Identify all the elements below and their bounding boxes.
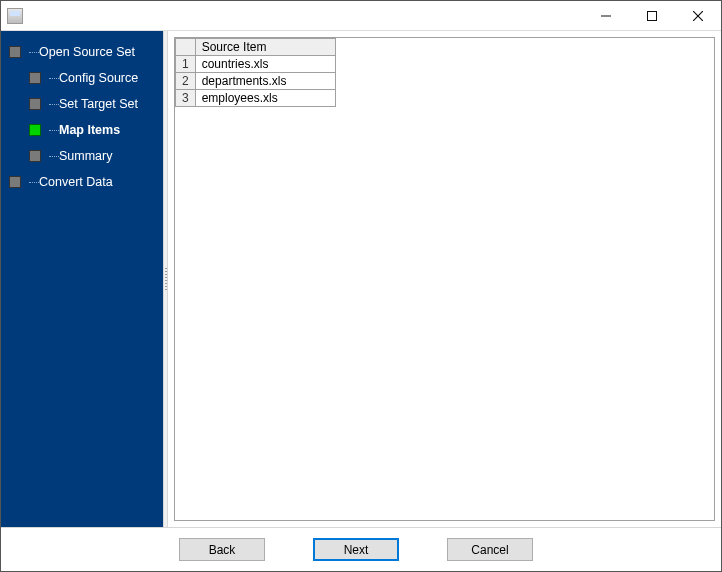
body: Open Source Set Config Source Set Target… bbox=[1, 31, 721, 527]
step-config-source[interactable]: Config Source bbox=[1, 65, 163, 91]
app-icon bbox=[7, 8, 23, 24]
step-map-items[interactable]: Map Items bbox=[1, 117, 163, 143]
row-number[interactable]: 2 bbox=[176, 73, 196, 90]
step-label: Set Target Set bbox=[59, 97, 138, 111]
row-number[interactable]: 1 bbox=[176, 56, 196, 73]
maximize-button[interactable] bbox=[629, 1, 675, 30]
content-area: Source Item 1 countries.xls 2 department… bbox=[168, 31, 721, 527]
step-node-icon bbox=[9, 46, 21, 58]
titlebar-left bbox=[1, 8, 29, 24]
source-item-grid[interactable]: Source Item 1 countries.xls 2 department… bbox=[175, 38, 336, 107]
table-row[interactable]: 2 departments.xls bbox=[176, 73, 336, 90]
table-row[interactable]: 1 countries.xls bbox=[176, 56, 336, 73]
source-item-cell[interactable]: departments.xls bbox=[195, 73, 335, 90]
step-label: Config Source bbox=[59, 71, 138, 85]
minimize-button[interactable] bbox=[583, 1, 629, 30]
step-node-icon bbox=[29, 124, 41, 136]
step-summary[interactable]: Summary bbox=[1, 143, 163, 169]
step-convert-data[interactable]: Convert Data bbox=[1, 169, 163, 195]
table-row[interactable]: 3 employees.xls bbox=[176, 90, 336, 107]
grid-corner[interactable] bbox=[176, 39, 196, 56]
step-label: Convert Data bbox=[39, 175, 113, 189]
svg-rect-1 bbox=[648, 11, 657, 20]
next-button[interactable]: Next bbox=[313, 538, 399, 561]
row-number[interactable]: 3 bbox=[176, 90, 196, 107]
source-item-grid-container: Source Item 1 countries.xls 2 department… bbox=[174, 37, 715, 521]
cancel-button[interactable]: Cancel bbox=[447, 538, 533, 561]
step-open-source-set[interactable]: Open Source Set bbox=[1, 39, 163, 65]
step-node-icon bbox=[29, 150, 41, 162]
window-controls bbox=[583, 1, 721, 30]
close-button[interactable] bbox=[675, 1, 721, 30]
step-label: Open Source Set bbox=[39, 45, 135, 59]
back-button[interactable]: Back bbox=[179, 538, 265, 561]
wizard-footer: Back Next Cancel bbox=[1, 527, 721, 571]
step-node-icon bbox=[9, 176, 21, 188]
step-set-target-set[interactable]: Set Target Set bbox=[1, 91, 163, 117]
wizard-window: Open Source Set Config Source Set Target… bbox=[0, 0, 722, 572]
titlebar bbox=[1, 1, 721, 31]
step-label: Summary bbox=[59, 149, 112, 163]
source-item-cell[interactable]: countries.xls bbox=[195, 56, 335, 73]
wizard-sidebar: Open Source Set Config Source Set Target… bbox=[1, 31, 163, 527]
step-node-icon bbox=[29, 98, 41, 110]
step-node-icon bbox=[29, 72, 41, 84]
wizard-step-tree: Open Source Set Config Source Set Target… bbox=[1, 39, 163, 195]
step-label: Map Items bbox=[59, 123, 120, 137]
column-header-source-item[interactable]: Source Item bbox=[195, 39, 335, 56]
splitter-handle[interactable] bbox=[163, 31, 168, 527]
source-item-cell[interactable]: employees.xls bbox=[195, 90, 335, 107]
